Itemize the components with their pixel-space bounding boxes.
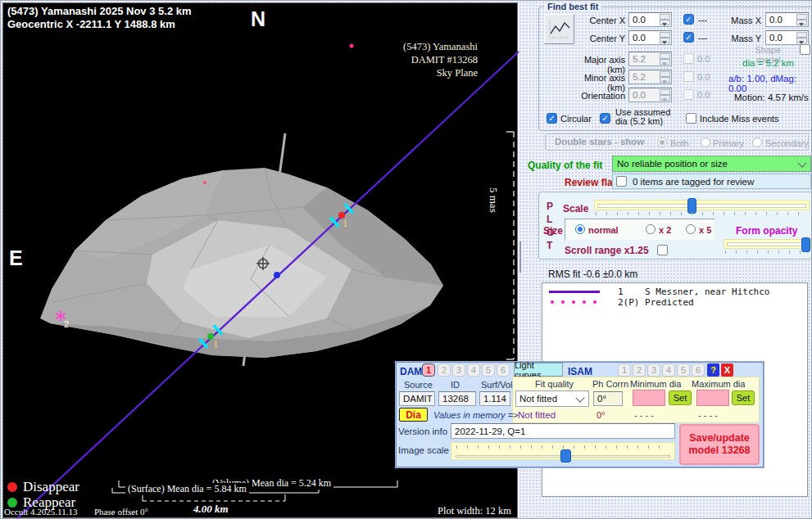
- review-flags-text: 0 items are tagged for review: [633, 177, 754, 187]
- damit-model-2-button[interactable]: 2: [438, 363, 451, 377]
- mass-y-label: Mass Y: [722, 34, 761, 43]
- double-secondary-radio[interactable]: [752, 138, 762, 147]
- isam-6-button[interactable]: 6: [692, 363, 705, 377]
- orientation-spinner[interactable]: [660, 89, 670, 101]
- plot-width-label: Plot width: 12 km: [438, 505, 511, 517]
- app-version-label: Occult 4.2025.11.13: [4, 507, 77, 517]
- surfvol-field[interactable]: 1.114: [479, 391, 510, 406]
- minor-axis-field[interactable]: 5.2: [628, 70, 672, 84]
- damit-model-5-button[interactable]: 5: [482, 363, 495, 377]
- size-x5-radio[interactable]: [686, 224, 696, 234]
- circular-checkbox[interactable]: [547, 113, 557, 124]
- center-x-field[interactable]: 0.0: [628, 12, 672, 27]
- dia-button[interactable]: Dia: [399, 408, 428, 422]
- minor-axis-err: 0.0: [697, 72, 710, 82]
- chord-1-legend-text[interactable]: 1 S Messner, near Hitchco: [618, 287, 769, 297]
- minor-axis-label: Minor axis (km): [565, 73, 625, 93]
- double-both-label: Both: [670, 138, 689, 148]
- version-info-field[interactable]: 2022-11-29, Q=1: [451, 423, 675, 439]
- major-axis-spinner[interactable]: [660, 53, 670, 65]
- center-x-label: Center X: [574, 16, 625, 25]
- disappear-legend-dot: [7, 482, 17, 492]
- fit-quality-dropdown[interactable]: Not fitted: [515, 390, 589, 407]
- ph-corr-field[interactable]: 0°: [593, 391, 623, 406]
- minor-axis-checkbox[interactable]: [683, 71, 694, 82]
- id-field[interactable]: 13268: [438, 391, 476, 406]
- minor-axis-spinner[interactable]: [660, 71, 670, 83]
- save-update-model-button[interactable]: Save/update model 13268: [679, 424, 760, 465]
- fitted-center-dot: [274, 272, 280, 278]
- major-axis-field[interactable]: 5.2: [628, 52, 672, 66]
- damit-model-1-button[interactable]: 1: [422, 363, 435, 377]
- form-opacity-slider[interactable]: [724, 239, 811, 249]
- rms-fit-label: RMS fit -0.6 ±0.0 km: [548, 269, 637, 280]
- include-miss-checkbox[interactable]: [686, 113, 696, 124]
- legend-disappear-label: Disappear: [23, 479, 79, 495]
- mass-y-field[interactable]: 0.0: [765, 30, 809, 45]
- center-x-checkbox[interactable]: [683, 14, 694, 25]
- orientation-checkbox[interactable]: [683, 89, 694, 100]
- shape-model-checkbox[interactable]: [800, 44, 810, 55]
- min-dia-field[interactable]: [633, 390, 665, 406]
- help-button[interactable]: ?: [707, 363, 719, 377]
- occult-shape-fit-window: (5473) Yamanashi 2025 Nov 3 5.2 km Geoce…: [0, 0, 812, 519]
- mas-scale-label: 5 mas: [487, 187, 500, 213]
- min-dia-set-button[interactable]: Set: [669, 390, 692, 405]
- max-dia-set-button[interactable]: Set: [732, 390, 755, 405]
- mass-y-spinner[interactable]: [796, 32, 807, 43]
- damit-model-3-button[interactable]: 3: [452, 363, 465, 377]
- size-normal-radio[interactable]: [575, 224, 585, 234]
- double-both-radio[interactable]: [657, 138, 667, 147]
- review-flags-box: 0 items are tagged for review: [612, 174, 811, 189]
- close-button[interactable]: X: [721, 363, 733, 377]
- plot-title-line2: Geocentric X -2211.1 Y 1488.8 km: [7, 18, 175, 30]
- scale-slider[interactable]: [594, 200, 810, 210]
- phase-offset-label: Phase offset 0°: [94, 507, 148, 517]
- image-scale-slider[interactable]: [451, 442, 675, 460]
- dia-readout: dia = 5.2 km: [742, 58, 794, 68]
- isam-5-button[interactable]: 5: [677, 363, 690, 377]
- use-assumed-label: Use assumed dia (5.2 km): [615, 108, 670, 126]
- center-y-label: Center Y: [574, 34, 625, 43]
- center-y-spinner[interactable]: [660, 32, 670, 43]
- isam-1-button[interactable]: 1: [618, 363, 631, 377]
- min-dia-header: Minimum dia: [630, 379, 681, 389]
- max-dia-field[interactable]: [696, 390, 729, 406]
- center-y-field[interactable]: 0.0: [628, 30, 672, 45]
- surface-dia-label: (Surface) Mean dia = 5.84 km: [125, 483, 249, 495]
- size-x2-radio[interactable]: [646, 224, 655, 234]
- image-scale-slider-thumb[interactable]: [560, 449, 571, 463]
- mass-x-spinner[interactable]: [796, 14, 807, 25]
- scroll-range-checkbox[interactable]: [657, 245, 668, 255]
- isam-4-button[interactable]: 4: [662, 363, 675, 377]
- major-axis-checkbox[interactable]: [683, 53, 694, 64]
- panel-splitter[interactable]: [519, 241, 521, 273]
- reappear-event-number: 1: [213, 337, 219, 350]
- orientation-field[interactable]: 0.0: [628, 88, 672, 102]
- size-label-visible: Size: [543, 225, 563, 237]
- isam-2-button[interactable]: 2: [633, 363, 646, 377]
- light-curves-button[interactable]: Light curves: [514, 363, 563, 377]
- annotation-object: (5473) Yamanashi: [345, 40, 478, 53]
- double-stars-title: Double stars - show: [555, 137, 644, 147]
- center-x-spinner[interactable]: [660, 14, 670, 25]
- plot-title-line1: (5473) Yamanashi 2025 Nov 3 5.2 km: [7, 5, 192, 17]
- center-y-checkbox[interactable]: [683, 32, 694, 43]
- asteroid-shape-model[interactable]: [40, 168, 443, 358]
- size-x2-label: x 2: [659, 225, 671, 235]
- surfvol-header: Surf/Vol: [481, 380, 513, 390]
- chord-2-legend-text[interactable]: 2(P) Predicted: [618, 297, 694, 308]
- memory-label: Values in memory =>: [433, 410, 519, 420]
- quality-of-fit-dropdown[interactable]: No reliable position or size: [612, 156, 811, 172]
- chevron-down-icon: [797, 158, 806, 167]
- damit-model-4-button[interactable]: 4: [467, 363, 480, 377]
- mass-x-field[interactable]: 0.0: [765, 12, 809, 27]
- isam-3-button[interactable]: 3: [647, 363, 660, 377]
- size-x5-label: x 5: [699, 225, 711, 235]
- source-field[interactable]: DAMIT: [399, 391, 435, 406]
- review-flags-checkbox[interactable]: [616, 176, 627, 187]
- damit-model-6-button[interactable]: 6: [497, 363, 510, 377]
- use-assumed-checkbox[interactable]: [600, 113, 610, 124]
- double-primary-radio[interactable]: [701, 138, 710, 147]
- run-fit-button[interactable]: [544, 14, 574, 44]
